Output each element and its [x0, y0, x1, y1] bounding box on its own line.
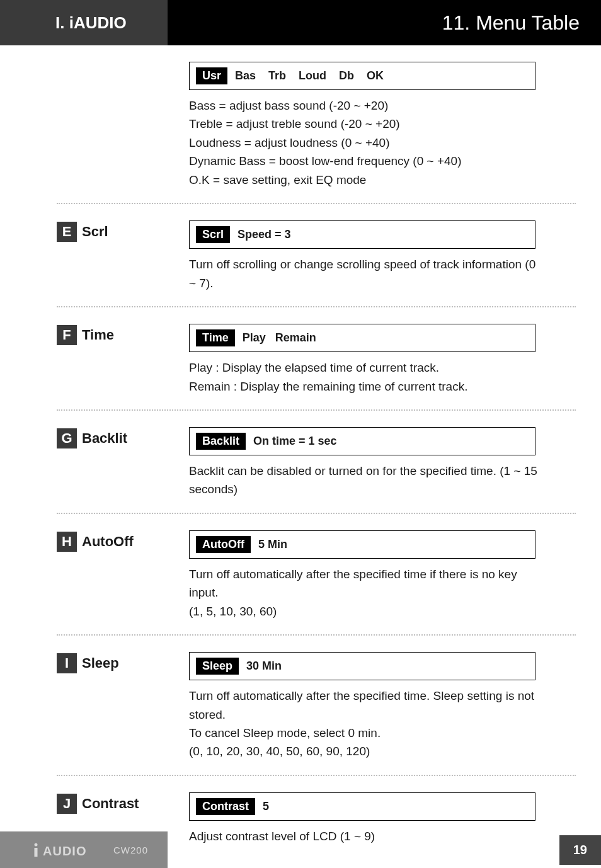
row-letter: I: [57, 653, 77, 673]
desc-line: Play : Display the elapsed time of curre…: [189, 358, 542, 377]
divider: [57, 203, 576, 204]
eq-block: Usr Bas Trb Loud Db OK Bass = adjust bas…: [189, 62, 576, 189]
row-label: F Time: [57, 325, 189, 345]
row-label: J Contrast: [57, 794, 189, 814]
menu-tag: AutoOff: [196, 536, 251, 553]
row-letter: F: [57, 325, 77, 345]
menu-row-autooff: H AutoOff AutoOff 5 Min Turn off automat…: [57, 530, 576, 620]
row-name: Contrast: [82, 796, 139, 812]
svg-point-0: [35, 843, 38, 847]
desc-line: (0, 10, 20, 30, 40, 50, 60, 90, 120): [189, 742, 542, 760]
page-number: 19: [559, 835, 601, 865]
menu-desc: Backlit can be disabled or turned on for…: [189, 462, 542, 499]
menu-tag: Time: [196, 329, 235, 346]
menu-box: Backlit On time = 1 sec: [189, 427, 535, 455]
footer-model: CW200: [113, 845, 148, 855]
row-letter: J: [57, 794, 77, 814]
menu-box: Contrast 5: [189, 792, 535, 821]
menu-option: 30 Min: [239, 660, 282, 673]
row-name: Backlit: [82, 430, 127, 447]
footer-brand-area: AUDIO CW200: [0, 831, 168, 868]
svg-text:AUDIO: AUDIO: [43, 844, 86, 858]
menu-tag: Sleep: [196, 658, 239, 675]
eq-desc-line: Dynamic Bass = boost low-end frequency (…: [189, 152, 542, 170]
desc-line: Backlit can be disabled or turned on for…: [189, 462, 542, 499]
menu-tag: Backlit: [196, 433, 246, 450]
desc-line: Turn off automatically after the specifi…: [189, 687, 542, 724]
desc-line: (1, 5, 10, 30, 60): [189, 602, 542, 620]
eq-tag: Usr: [196, 67, 227, 84]
menu-box: AutoOff 5 Min: [189, 530, 535, 559]
row-letter: G: [57, 428, 77, 448]
header-section-label: I. iAUDIO: [0, 0, 168, 45]
menu-box: Time Play Remain: [189, 324, 535, 352]
menu-tag: Scrl: [196, 226, 230, 243]
svg-rect-1: [35, 848, 38, 857]
eq-desc-line: Bass = adjust bass sound (-20 ~ +20): [189, 96, 542, 115]
menu-box: Sleep 30 Min: [189, 652, 535, 680]
page-header: I. iAUDIO 11. Menu Table: [0, 0, 601, 45]
brand-logo-icon: AUDIO: [31, 842, 107, 858]
row-letter: H: [57, 532, 77, 552]
row-name: Scrl: [82, 224, 108, 240]
menu-option: Speed = 3: [230, 228, 291, 241]
divider: [57, 513, 576, 514]
menu-desc: Turn off automatically after the specifi…: [189, 565, 542, 620]
eq-menu-box: Usr Bas Trb Loud Db OK: [189, 62, 535, 90]
eq-options: Bas Trb Loud Db OK: [227, 69, 384, 83]
eq-description: Bass = adjust bass sound (-20 ~ +20) Tre…: [189, 96, 542, 189]
menu-tag: Contrast: [196, 798, 255, 815]
divider: [57, 634, 576, 636]
menu-desc: Turn off automatically after the specifi…: [189, 687, 542, 761]
desc-line: Turn off scrolling or change scrolling s…: [189, 255, 542, 292]
desc-line: To cancel Sleep mode, select 0 min.: [189, 724, 542, 742]
row-name: Sleep: [82, 655, 119, 671]
menu-option: On time = 1 sec: [246, 435, 337, 448]
row-label: H AutoOff: [57, 532, 189, 552]
eq-desc-line: O.K = save setting, exit EQ mode: [189, 171, 542, 189]
header-page-title: 11. Menu Table: [168, 0, 601, 45]
menu-row-sleep: I Sleep Sleep 30 Min Turn off automatica…: [57, 652, 576, 761]
menu-desc: Turn off scrolling or change scrolling s…: [189, 255, 542, 292]
menu-option: Play Remain: [235, 331, 316, 345]
menu-option: 5: [255, 800, 269, 813]
row-letter: E: [57, 222, 77, 242]
desc-line: Turn off automatically after the specifi…: [189, 565, 542, 602]
menu-row-time: F Time Time Play Remain Play : Display t…: [57, 324, 576, 396]
divider: [57, 775, 576, 776]
desc-line: Remain : Display the remaining time of c…: [189, 377, 542, 396]
divider: [57, 306, 576, 307]
menu-row-backlit: G Backlit Backlit On time = 1 sec Backli…: [57, 427, 576, 499]
menu-desc: Play : Display the elapsed time of curre…: [189, 358, 542, 396]
row-label: E Scrl: [57, 222, 189, 242]
menu-row-scrl: E Scrl Scrl Speed = 3 Turn off scrolling…: [57, 220, 576, 292]
divider: [57, 409, 576, 411]
eq-desc-line: Loudness = adjust loudness (0 ~ +40): [189, 134, 542, 152]
row-name: Time: [82, 327, 114, 343]
menu-box: Scrl Speed = 3: [189, 220, 535, 249]
page-footer: AUDIO CW200 19: [0, 831, 601, 868]
eq-desc-line: Treble = adjust treble sound (-20 ~ +20): [189, 115, 542, 133]
menu-option: 5 Min: [251, 538, 287, 551]
row-label: G Backlit: [57, 428, 189, 448]
row-label: I Sleep: [57, 653, 189, 673]
row-name: AutoOff: [82, 534, 134, 550]
